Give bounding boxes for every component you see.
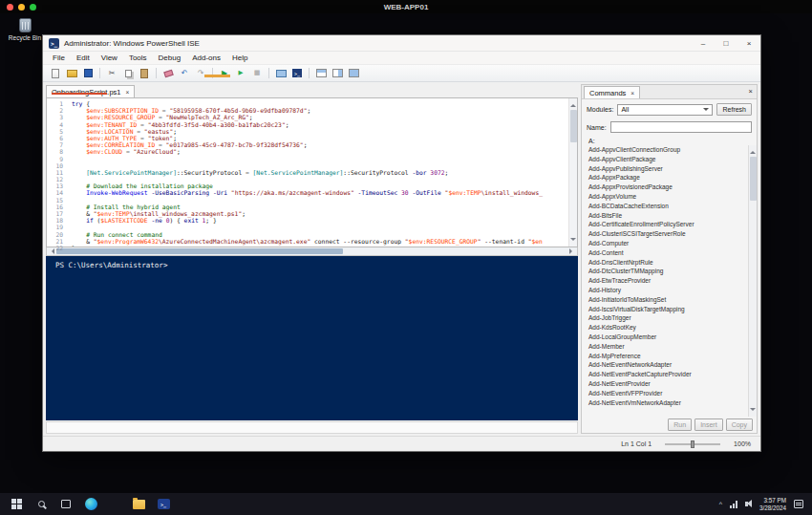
show-script-pane-top-icon[interactable] [313,67,329,80]
start-powershell-icon[interactable]: >_ [289,67,305,80]
menu-tools[interactable]: Tools [123,54,153,62]
command-item[interactable]: Add-BitsFile [588,211,748,221]
scroll-down-icon[interactable] [570,238,576,244]
close-icon[interactable]: × [737,35,760,51]
host-close-button[interactable] [7,4,13,11]
undo-icon[interactable]: ↶ [177,67,192,80]
command-item[interactable]: Add-AppxVolume [588,192,748,202]
minimize-icon[interactable]: – [692,35,715,51]
taskbar-clock[interactable]: 3:57 PM 3/28/2024 [759,497,786,511]
command-item[interactable]: Add-EtwTraceProvider [588,276,748,286]
command-item[interactable]: Add-LocalGroupMember [588,333,748,342]
console-pane[interactable]: PS C:\Users\Administrator> [46,256,578,420]
new-script-icon[interactable] [48,67,63,80]
paste-icon[interactable] [137,67,152,80]
command-item[interactable]: Add-AppvPublishingServer [588,164,748,174]
show-script-pane-right-icon[interactable] [330,67,345,80]
taskbar-search-button[interactable] [29,493,53,515]
taskbar-powershell-ise-button[interactable]: >_ [151,493,176,515]
command-item[interactable]: Add-AppxPackage [588,173,748,182]
command-item[interactable]: Add-AppxProvisionedPackage [588,182,748,192]
command-item[interactable]: Add-InitiatorIdToMaskingSet [588,295,748,305]
command-item[interactable]: Add-AppvClientPackage [588,155,748,164]
tab-commands[interactable]: Commands × [584,86,640,98]
taskbar-edge-button[interactable] [78,493,103,515]
command-item[interactable]: Add-Computer [588,239,748,248]
scrollbar-thumb[interactable] [570,110,577,142]
name-filter-input[interactable] [610,121,752,133]
task-view-button[interactable] [53,493,78,515]
scroll-down-icon[interactable] [750,408,756,414]
scrollbar-thumb[interactable] [56,248,343,254]
show-script-pane-maximized-icon[interactable] [346,67,361,80]
pane-close-icon[interactable]: × [749,87,753,96]
editor-horizontal-scrollbar[interactable] [46,247,578,256]
zoom-slider[interactable] [665,443,720,445]
stop-operation-icon[interactable]: ■ [249,67,265,80]
redo-icon[interactable]: ↷ [193,67,208,80]
command-item[interactable]: Add-NetEventVFPProvider [588,389,748,398]
refresh-button[interactable]: Refresh [716,103,752,116]
menu-addons[interactable]: Add-ons [186,54,226,62]
tab-close-icon[interactable]: × [126,89,130,96]
scroll-up-icon[interactable] [750,148,756,154]
window-titlebar[interactable]: >_ Administrator: Windows PowerShell ISE… [43,35,760,52]
commands-scrollbar[interactable] [748,145,757,417]
command-item[interactable]: Add-NetEventPacketCaptureProvider [588,370,748,379]
command-list[interactable]: Add-AppvClientConnectionGroupAdd-AppvCli… [582,145,748,417]
copy-icon[interactable] [120,67,136,80]
volume-icon[interactable] [745,502,748,506]
command-item[interactable]: Add-JobTrigger [588,313,748,323]
commands-tab-close-icon[interactable]: × [630,90,634,97]
zoom-slider-thumb[interactable] [691,440,694,448]
command-item[interactable]: Add-DtcClusterTMMapping [588,267,748,276]
new-remote-powershell-tab-icon[interactable] [273,67,288,80]
cut-icon[interactable]: ✂ [104,67,119,80]
scroll-up-icon[interactable] [570,101,576,107]
tab-onboardingscript[interactable]: OnboardingScript.ps1 × [46,85,135,97]
menu-help[interactable]: Help [226,54,253,62]
host-zoom-button[interactable] [30,4,36,11]
menu-view[interactable]: View [96,54,123,62]
command-item[interactable]: Add-History [588,286,748,295]
system-tray: ^ 3:57 PM 3/28/2024 [719,497,808,511]
notification-center-icon[interactable] [794,500,803,508]
recycle-bin[interactable]: Recycle Bin [8,18,42,41]
command-item[interactable]: Add-CertificateEnrollmentPolicyServer [588,220,748,229]
modules-dropdown[interactable]: All [617,104,713,116]
save-script-icon[interactable] [80,67,96,80]
command-item[interactable]: Add-KdsRootKey [588,323,748,333]
command-item[interactable]: Add-DnsClientNrptRule [588,258,748,268]
command-item[interactable]: Add-ClusteriSCSITargetServerRole [588,229,748,239]
menu-file[interactable]: File [47,54,71,62]
start-button[interactable] [4,493,29,515]
hidden-icons-chevron-icon[interactable]: ^ [719,501,722,507]
command-item[interactable]: Add-BCDataCacheExtension [588,202,748,211]
menu-edit[interactable]: Edit [71,54,96,62]
copy-button[interactable]: Copy [726,418,753,431]
command-item[interactable]: Add-NetEventProvider [588,379,748,389]
script-editor[interactable]: 12345678910111213141516171819202122 try … [46,97,578,247]
open-script-icon[interactable] [64,67,79,80]
command-item[interactable]: Add-NetEventVmNetworkAdapter [588,398,748,408]
command-item[interactable]: Add-IscsiVirtualDiskTargetMapping [588,305,748,314]
host-minimize-button[interactable] [18,4,25,11]
menu-debug[interactable]: Debug [153,54,187,62]
command-item[interactable]: Add-Member [588,342,748,352]
run-script-icon[interactable]: ▶ [217,67,232,80]
scrollbar-thumb[interactable] [750,157,757,201]
maximize-icon[interactable]: □ [715,35,737,51]
network-icon[interactable] [730,501,737,508]
taskbar-file-explorer-button[interactable] [126,493,151,515]
run-button[interactable]: Run [668,418,692,431]
command-item[interactable]: Add-NetEventNetworkAdapter [588,360,748,370]
command-item[interactable]: Add-Content [588,248,748,258]
code-lines[interactable]: try { $env:SUBSCRIPTION_ID = "58195958-6… [67,98,568,247]
command-item[interactable]: Add-AppvClientConnectionGroup [588,145,748,155]
clear-console-icon[interactable] [160,67,176,80]
editor-vertical-scrollbar[interactable] [568,98,577,247]
scroll-right-icon[interactable] [569,248,575,254]
run-selection-icon[interactable]: ▶ [233,67,248,80]
insert-button[interactable]: Insert [694,418,723,431]
command-item[interactable]: Add-MpPreference [588,352,748,361]
